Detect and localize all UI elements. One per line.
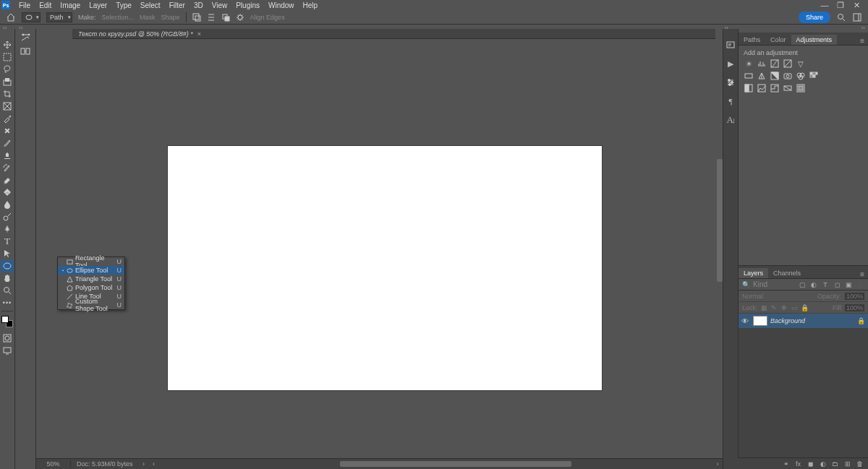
colorbalance-icon[interactable]: [757, 71, 767, 81]
edit-toolbar[interactable]: •••: [1, 297, 14, 309]
hscroll-left-icon[interactable]: ‹: [149, 460, 159, 468]
colorlookup-icon[interactable]: [809, 71, 819, 81]
curves-icon[interactable]: [770, 59, 780, 69]
gear-icon[interactable]: [236, 13, 244, 22]
fill-field[interactable]: 100%: [845, 304, 864, 311]
layer-group-icon[interactable]: 🗀: [831, 460, 839, 468]
hand-tool[interactable]: [1, 272, 14, 284]
layers-panel-menu-icon[interactable]: ≡: [856, 270, 868, 278]
bw-icon[interactable]: [770, 71, 780, 81]
minimize-icon[interactable]: —: [820, 1, 829, 9]
channelmixer-icon[interactable]: [796, 71, 806, 81]
menu-file[interactable]: File: [14, 1, 35, 10]
dodge-tool[interactable]: [1, 211, 14, 223]
lock-artboard-icon[interactable]: ▭: [791, 304, 799, 311]
filter-smart-icon[interactable]: ▣: [844, 280, 853, 289]
visibility-icon[interactable]: 👁: [741, 317, 750, 325]
info-menu-icon[interactable]: ›: [139, 460, 149, 468]
horizontal-scrollbar[interactable]: [159, 461, 712, 467]
expand-chevron-right2[interactable]: ››: [861, 25, 865, 31]
menu-filter[interactable]: Filter: [165, 1, 190, 10]
threshold-icon[interactable]: [770, 83, 780, 93]
link-layers-icon[interactable]: ⚭: [782, 460, 790, 468]
filter-pixel-icon[interactable]: ▢: [798, 280, 807, 289]
layer-thumbnail[interactable]: [753, 316, 767, 326]
document-tab[interactable]: Текст по кругу.psd @ 50% (RGB/8#) * ×: [72, 29, 207, 39]
home-icon[interactable]: [6, 12, 16, 22]
lock-transparent-icon[interactable]: ▦: [760, 304, 768, 311]
lock-position-icon[interactable]: ✥: [780, 304, 788, 311]
tab-close-icon[interactable]: ×: [197, 30, 201, 38]
menu-type[interactable]: Type: [111, 1, 136, 10]
brightness-icon[interactable]: ☀: [744, 59, 754, 69]
move-tool[interactable]: [1, 39, 14, 51]
canvas[interactable]: [168, 146, 602, 390]
crop-tool[interactable]: [1, 88, 14, 100]
filter-adj-icon[interactable]: ◐: [809, 280, 818, 289]
filter-toggle-icon[interactable]: ⬤: [856, 280, 864, 289]
opacity-field[interactable]: 100%: [845, 293, 864, 300]
menu-3d[interactable]: 3D: [190, 1, 208, 10]
zoom-field[interactable]: 50%: [36, 460, 71, 468]
vibrance-icon[interactable]: ▽: [796, 59, 806, 69]
stamp-tool[interactable]: [1, 150, 14, 161]
character-panel-icon[interactable]: A|: [725, 114, 736, 126]
share-button[interactable]: Share: [799, 12, 830, 23]
panel-menu-icon[interactable]: ≡: [856, 37, 868, 45]
path-select-tool[interactable]: [1, 248, 14, 259]
zoom-tool[interactable]: [1, 285, 14, 296]
healing-tool[interactable]: [1, 125, 14, 137]
pen-tool[interactable]: [1, 223, 14, 235]
new-layer-icon[interactable]: ⊞: [843, 460, 851, 468]
flyout-item-rect[interactable]: Rectangle ToolU: [58, 257, 124, 266]
workspace-icon[interactable]: [852, 12, 862, 22]
properties-panel-icon[interactable]: [725, 77, 736, 88]
tab-paths[interactable]: Paths: [739, 35, 765, 45]
tab-color[interactable]: Color: [765, 35, 791, 45]
layer-lock-icon[interactable]: 🔒: [857, 317, 865, 324]
selectivecolor-icon[interactable]: [796, 83, 806, 93]
layer-row-background[interactable]: 👁 Background 🔒: [739, 314, 868, 328]
flyout-item-triangle[interactable]: Triangle ToolU: [58, 275, 124, 283]
brush-tool[interactable]: [1, 137, 14, 149]
marquee-tool[interactable]: [1, 51, 14, 63]
lasso-tool[interactable]: [1, 64, 14, 75]
expand-chevron-left2[interactable]: ››: [19, 25, 22, 31]
eraser-tool[interactable]: [1, 174, 14, 186]
make-shape[interactable]: Shape: [161, 14, 180, 21]
eyedropper-tool[interactable]: [1, 113, 14, 124]
invert-icon[interactable]: [744, 83, 754, 93]
menu-help[interactable]: Help: [299, 1, 323, 10]
screenmode-toggle[interactable]: [1, 345, 14, 356]
menu-image[interactable]: Image: [56, 1, 85, 10]
make-mask[interactable]: Mask: [140, 14, 156, 21]
layer-fx-icon[interactable]: fx: [794, 460, 802, 468]
type-tool[interactable]: T: [1, 236, 14, 247]
history-panel-icon[interactable]: [725, 39, 736, 51]
blend-mode-dropdown[interactable]: Normal: [742, 293, 763, 300]
filter-shape-icon[interactable]: ◻: [833, 280, 841, 289]
horizontal-scroll-thumb[interactable]: [340, 461, 571, 467]
layer-mask-icon[interactable]: ◼: [807, 460, 814, 468]
blur-tool[interactable]: [1, 199, 14, 210]
menu-plugins[interactable]: Plugins: [231, 1, 264, 10]
expand-chevron-right1[interactable]: ‹‹: [725, 25, 728, 31]
quickmask-toggle[interactable]: [1, 332, 14, 344]
selection-tool[interactable]: [1, 76, 14, 87]
delete-layer-icon[interactable]: 🗑: [856, 460, 864, 468]
menu-window[interactable]: Window: [264, 1, 299, 10]
photofilter-icon[interactable]: [783, 71, 793, 81]
foreground-swatch[interactable]: [1, 316, 9, 323]
restore-icon[interactable]: ❐: [836, 1, 845, 9]
flyout-item-ellipse[interactable]: •Ellipse ToolU: [58, 266, 124, 275]
path-op-icon[interactable]: [192, 13, 201, 22]
close-icon[interactable]: ✕: [852, 1, 861, 9]
vertical-scrollbar[interactable]: [717, 29, 723, 469]
frame-tool[interactable]: [1, 100, 14, 112]
filter-type-icon[interactable]: T: [821, 280, 830, 289]
lock-image-icon[interactable]: ✎: [770, 304, 778, 311]
path-align-icon[interactable]: [207, 13, 216, 22]
gradientmap-icon[interactable]: [783, 83, 793, 93]
hue-icon[interactable]: [744, 71, 754, 81]
history-brush-tool[interactable]: [1, 162, 14, 173]
